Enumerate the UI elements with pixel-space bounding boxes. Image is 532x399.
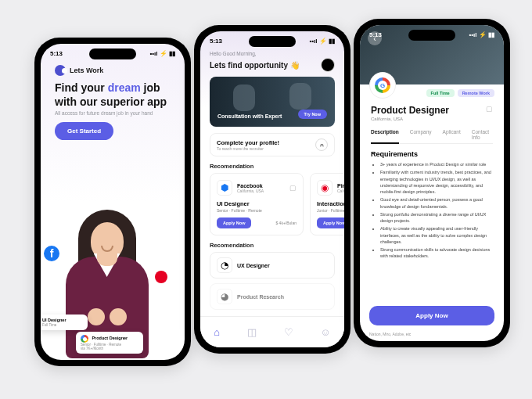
job-location: California, USA [371,117,449,121]
get-started-button[interactable]: Get Started [55,122,113,140]
phone-home: 5:13 ••ıl ⚡ ▮▮ Hello Good Morning, Lets … [194,25,350,354]
tab-description[interactable]: Description [371,129,399,140]
pinterest-logo-icon: ◉ [317,180,332,196]
requirements-heading: Requirements [371,150,493,158]
nav-home-icon[interactable]: ⌂ [214,326,220,338]
signal-icons: ••ıl ⚡ ▮▮ [310,38,336,45]
brand-logo-icon [55,65,66,76]
bookmark-icon[interactable]: ▢ [289,184,297,192]
headline: Find your dream job with our superior ap… [41,79,185,110]
signal-icons: ••ıl ⚡ ▮▮ [469,31,495,38]
pill-fulltime: Full Time [426,89,455,97]
pill-remote: Remote Work [458,89,494,97]
job-title: Product Designer [371,105,449,116]
bookmark-icon[interactable]: ▢ [486,105,493,113]
apply-button[interactable]: Apply Now [217,217,251,228]
hero-illustration: f UI Designer Full Time Product Designer… [41,183,185,360]
complete-subtitle: To reach more the recruiter [217,146,279,151]
profile-avatar[interactable] [321,58,335,72]
complete-title: Complete your profile! [217,139,279,146]
bottom-navbar: ⌂ ◫ ♡ ☺ [200,316,344,347]
subheadline: All access for future dream job in your … [41,110,185,116]
greeting-small: Hello Good Morning, [200,46,344,58]
nav-profile-icon[interactable]: ☺ [320,326,330,338]
facebook-logo-icon: ⬢ [217,180,232,196]
nav-favorite-icon[interactable]: ♡ [284,326,293,338]
floating-card-ui-designer: UI Designer Full Time [41,315,88,330]
google-icon [81,335,88,343]
tab-company[interactable]: Company [410,129,432,140]
job-logo-icon: ◕ [217,289,232,304]
back-button[interactable]: ‹ [368,31,382,45]
consultation-banner[interactable]: Consultation with Expert Try Now [210,77,335,127]
list-item[interactable]: ◕ Product Research [210,283,335,310]
nav-explore-icon[interactable]: ◫ [247,326,257,338]
recommendation-cards[interactable]: ⬢ Facebook California, USA ▢ UI Designer… [200,173,344,242]
notch [408,30,455,41]
notch [249,36,296,47]
notch [89,49,136,59]
detail-tabs: Description Company Aplicant Contact Inf… [371,129,493,144]
tab-contact[interactable]: Contact Info [472,129,493,140]
list-item[interactable]: ◔ UX Designer [210,252,335,279]
pinterest-icon [155,271,167,283]
try-now-button[interactable]: Try Now [298,110,327,119]
requirements-list: 3+ years of experience in Product Design… [371,161,493,260]
job-logo-icon: ◔ [217,257,232,273]
greeting-main: Lets find opportunity 👋 [210,61,300,70]
tools-text: Nation, Miro, Adobe, etc [369,332,411,336]
apply-button[interactable]: Apply Now [317,217,344,228]
phone-job-detail: 5:13 ••ıl ⚡ ▮▮ ‹ Full Time Remote Work P… [354,19,510,347]
brand-name: Lets Work [70,66,103,74]
job-card-facebook[interactable]: ⬢ Facebook California, USA ▢ UI Designer… [210,173,304,235]
tab-applicant[interactable]: Aplicant [443,129,461,140]
clock: 5:13 [210,38,222,45]
signal-icons: ••ıl ⚡ ▮▮ [150,50,176,57]
facebook-icon: f [44,246,59,261]
job-card-pinterest[interactable]: ◉ Pinterest California, USA Interaction … [310,173,344,235]
apply-now-button[interactable]: Apply Now [369,306,494,325]
company-logo [369,72,396,99]
recommendation-label: Recomendation [200,163,344,173]
recommendation-label-2: Recomendation [200,242,344,252]
clock: 5:13 [50,50,63,57]
brand-row: Lets Work [41,59,185,79]
phone-onboarding: 5:13 ••ıl ⚡ ▮▮ Lets Work Find your dream… [34,38,191,366]
profile-icon: ⍝ [315,138,328,151]
complete-profile-card[interactable]: Complete your profile! To reach more the… [210,133,335,156]
google-icon [375,77,390,93]
floating-card-product-designer: Product Designer Senior · Fulltime · Rem… [76,332,143,354]
